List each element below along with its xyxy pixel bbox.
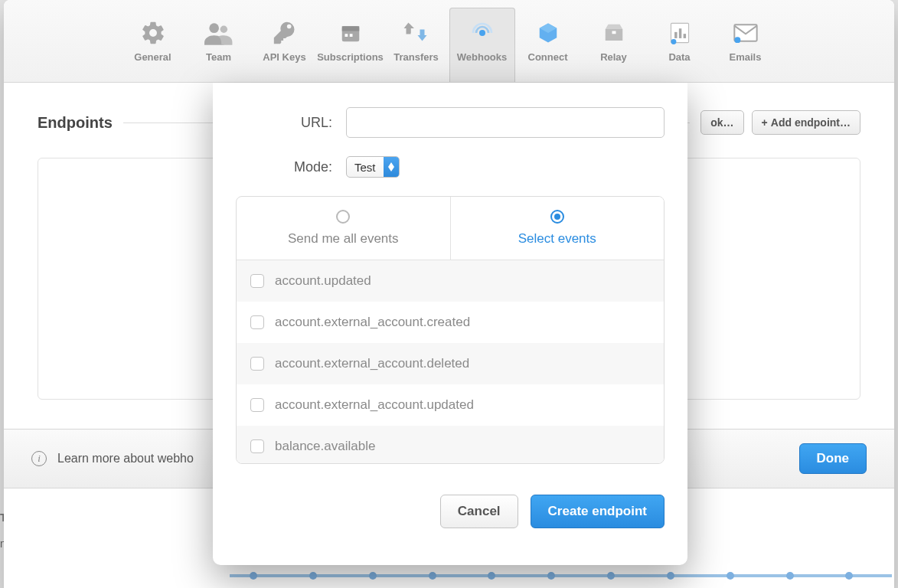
svg-rect-4 (345, 34, 348, 37)
section-title: Endpoints (38, 114, 113, 132)
svg-rect-3 (341, 26, 359, 31)
tab-transfers[interactable]: Transfers (384, 8, 449, 82)
mode-value: Test (347, 158, 384, 177)
events-tab-label: Select events (518, 231, 596, 247)
svg-rect-15 (683, 34, 685, 38)
plus-icon: + (762, 116, 768, 129)
add-endpoint-modal: URL: Mode: Test Send me all events Selec… (213, 83, 687, 565)
svg-rect-11 (612, 31, 616, 34)
svg-rect-8 (406, 28, 410, 34)
url-label: URL: (236, 115, 346, 131)
svg-point-10 (479, 30, 485, 36)
tab-data[interactable]: Data (647, 8, 713, 82)
truncated-button[interactable]: ok… (700, 110, 743, 135)
create-endpoint-button[interactable]: Create endpoint (531, 495, 665, 528)
done-button[interactable]: Done (799, 443, 867, 474)
svg-point-16 (671, 39, 676, 44)
cancel-button[interactable]: Cancel (440, 495, 518, 528)
tab-label: Webhooks (457, 51, 508, 63)
info-icon: i (31, 451, 47, 466)
checkbox-icon[interactable] (250, 357, 264, 371)
event-row[interactable]: account.external_account.created (237, 302, 664, 343)
key-icon (272, 19, 298, 47)
add-endpoint-button[interactable]: +Add endpoint… (752, 110, 860, 135)
checkbox-icon[interactable] (250, 398, 264, 412)
tab-webhooks[interactable]: Webhooks (449, 8, 515, 82)
tab-subscriptions[interactable]: Subscriptions (318, 8, 384, 82)
broadcast-icon (470, 19, 495, 47)
report-icon (669, 19, 691, 47)
tab-relay[interactable]: Relay (581, 8, 647, 82)
events-tab-select[interactable]: Select events (451, 197, 665, 260)
select-arrows-icon (384, 157, 399, 177)
events-tab-all[interactable]: Send me all events (237, 197, 451, 260)
calendar-icon (339, 19, 362, 47)
event-name: balance.available (275, 439, 375, 454)
checkbox-icon[interactable] (250, 315, 264, 329)
tab-label: Connect (528, 51, 568, 63)
mode-label: Mode: (236, 159, 346, 175)
gear-icon (140, 19, 166, 47)
envelope-icon (733, 19, 758, 47)
event-list[interactable]: account.updated account.external_account… (237, 260, 664, 463)
tab-emails[interactable]: Emails (713, 8, 779, 82)
tab-label: Subscriptions (317, 51, 384, 63)
svg-point-1 (220, 26, 227, 34)
background-timeline (230, 574, 892, 577)
transfer-arrows-icon (403, 19, 430, 47)
event-row[interactable]: balance.available (237, 426, 664, 463)
cube-icon (537, 19, 560, 47)
svg-point-0 (209, 23, 219, 33)
tab-label: Team (206, 51, 231, 63)
radio-icon (336, 210, 350, 224)
svg-rect-9 (420, 30, 424, 36)
mode-select[interactable]: Test (346, 156, 400, 178)
svg-rect-14 (678, 28, 681, 38)
event-row[interactable]: account.external_account.updated (237, 384, 664, 426)
tab-general[interactable]: General (120, 8, 186, 82)
event-row[interactable]: account.updated (237, 260, 664, 302)
tab-label: API Keys (263, 51, 305, 63)
tab-bar: General Team API Keys Subscriptions Tran… (4, 0, 894, 83)
radio-selected-icon (550, 210, 564, 224)
tab-connect[interactable]: Connect (515, 8, 581, 82)
tab-label: General (134, 51, 171, 63)
tab-apikeys[interactable]: API Keys (252, 8, 318, 82)
svg-rect-13 (674, 32, 677, 38)
svg-point-18 (734, 37, 740, 43)
people-icon (204, 19, 233, 47)
event-name: account.external_account.updated (275, 397, 474, 413)
event-name: account.updated (275, 273, 371, 289)
event-name: account.external_account.created (275, 315, 470, 330)
tab-label: Relay (600, 51, 627, 63)
svg-marker-6 (403, 23, 413, 29)
svg-rect-5 (349, 34, 352, 37)
events-panel: Send me all events Select events account… (236, 196, 665, 464)
tab-label: Transfers (393, 51, 439, 63)
event-row[interactable]: account.external_account.deleted (237, 343, 664, 384)
box-icon (602, 19, 625, 47)
tab-label: Data (668, 51, 690, 63)
svg-marker-7 (417, 35, 426, 41)
tab-team[interactable]: Team (186, 8, 252, 82)
url-input[interactable] (346, 107, 665, 138)
events-tab-label: Send me all events (288, 231, 399, 247)
svg-marker-20 (388, 167, 394, 172)
learn-more-link[interactable]: Learn more about webho (57, 452, 194, 466)
checkbox-icon[interactable] (250, 439, 264, 453)
event-name: account.external_account.deleted (275, 356, 469, 371)
tab-label: Emails (730, 51, 762, 63)
checkbox-icon[interactable] (250, 274, 264, 288)
